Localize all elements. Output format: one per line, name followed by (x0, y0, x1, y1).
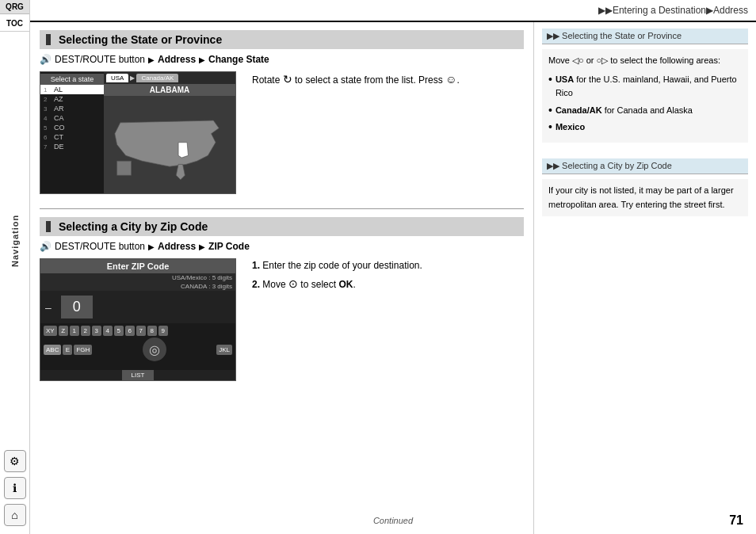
zip-title-bar: Enter ZIP Code (40, 259, 235, 273)
section1: Selecting the State or Province 🔊 DEST/R… (40, 30, 524, 200)
tab-canada: Canada/AK (136, 74, 178, 82)
info-icon[interactable]: ℹ (4, 477, 26, 499)
right-section1: ▶▶ Selecting the State or Province Move … (542, 29, 748, 143)
section1-desc-text: Rotate ↻ to select a state from the list… (252, 71, 460, 88)
section1-header: Selecting the State or Province (40, 30, 524, 49)
zip-dash: – (45, 301, 52, 314)
sidebar-icons: ⚙ ℹ ⌂ (4, 450, 26, 534)
zip-list-btn[interactable]: LIST (122, 370, 154, 380)
bullet-usa: • USA for the U.S. mainland, Hawaii, and… (548, 73, 742, 101)
kb-key-1: 1 (70, 326, 79, 336)
step-change: Change State (208, 54, 269, 65)
instruction-text: DEST/ROUTE button (55, 54, 145, 65)
kb-key-Z: Z (59, 326, 68, 336)
bullet-usa-text: USA for the U.S. mainland, Hawaii, and P… (556, 73, 742, 101)
step2-num: 2. (252, 279, 260, 290)
section2-steps: 1. Enter the zip code of your destinatio… (252, 258, 422, 387)
zip-kb-row2: ABC E FGH ◎ JKL (44, 338, 232, 361)
zip-subtitle1: USA/Mexico : 5 digits (40, 273, 235, 282)
state-item-CO: 5CO (40, 123, 104, 132)
right-section1-header: ▶▶ Selecting the State or Province (542, 29, 748, 44)
state-map-area: USA ▶ Canada/AK ALABAMA (104, 72, 235, 193)
rotate-icon: ↻ (283, 73, 292, 86)
zip-display: 0 (61, 296, 93, 318)
bullet-mexico-text: Mexico (556, 120, 585, 135)
kb-key-E: E (63, 345, 72, 355)
content-right: ▶▶ Selecting the State or Province Move … (534, 22, 756, 534)
kb-key-9: 9 (158, 326, 168, 336)
step1: 1. Enter the zip code of your destinatio… (252, 258, 422, 273)
step2: 2. Move ⊙ to select OK. (252, 276, 422, 292)
step-address2: Address (158, 241, 196, 252)
section2-content-row: Enter ZIP Code USA/Mexico : 5 digits CAN… (40, 258, 524, 387)
state-list: Select a state 1AL 2AZ 3AR 4CA 5CO 6CT 7… (40, 72, 104, 193)
state-item-AL: 1AL (40, 85, 104, 94)
state-name-banner: ALABAMA (104, 84, 235, 96)
right-section2-body: If your city is not listed, it may be pa… (542, 179, 748, 216)
zip-display-row: – 0 (40, 291, 235, 323)
right-section2: ▶▶ Selecting a City by Zip Code If your … (542, 158, 748, 216)
kb-key-FGH: FGH (74, 345, 92, 355)
step1-text: Enter the zip code of your destination. (262, 260, 422, 271)
page-footer: Continued 71 (30, 513, 756, 528)
kb-key-3: 3 (92, 326, 101, 336)
arrow1: ▶ (148, 55, 155, 64)
state-item-DE: 7DE (40, 142, 104, 151)
press-icon: ☺ (445, 73, 456, 86)
state-item-CA: 4CA (40, 113, 104, 123)
toc-label[interactable]: TOC (0, 14, 29, 32)
kb-key-7: 7 (136, 326, 146, 336)
home-icon[interactable]: ⌂ (4, 504, 26, 526)
bullet-canada-text: Canada/AK for Canada and Alaska (556, 104, 693, 118)
page-number: 71 (729, 513, 743, 528)
step-zip: ZIP Code (208, 241, 250, 252)
bullet-dot2: • (548, 104, 552, 117)
section1-title: Selecting the State or Province (59, 33, 222, 46)
kb-key-ABC: ABC (44, 345, 61, 355)
page-header: ▶▶Entering a Destination▶Address (30, 0, 756, 22)
state-item-CT: 6CT (40, 132, 104, 142)
nav-label: Navigation (10, 32, 20, 450)
section2-header: Selecting a City by Zip Code (40, 217, 524, 236)
zip-dial: ◎ (143, 338, 166, 361)
arrow4: ▶ (199, 242, 205, 251)
arrow2: ▶ (199, 55, 205, 64)
breadcrumb: ▶▶Entering a Destination▶Address (598, 5, 748, 16)
dest-icon: 🔊 (40, 54, 52, 65)
continued-label: Continued (373, 516, 413, 525)
section1-content-row: Select a state 1AL 2AZ 3AR 4CA 5CO 6CT 7… (40, 71, 524, 200)
kb-key-6: 6 (125, 326, 135, 336)
right-section1-body: Move ◁○ or ○▷ to select the following ar… (542, 49, 748, 143)
kb-key-XY: XY (44, 326, 57, 336)
step-address1: Address (158, 54, 196, 65)
zip-screen: Enter ZIP Code USA/Mexico : 5 digits CAN… (40, 259, 235, 380)
state-map-header: USA ▶ Canada/AK (104, 72, 235, 84)
section2: Selecting a City by Zip Code 🔊 DEST/ROUT… (40, 217, 524, 387)
state-screen-image: Select a state 1AL 2AZ 3AR 4CA 5CO 6CT 7… (40, 71, 236, 194)
bullet-canada: • Canada/AK for Canada and Alaska (548, 104, 742, 118)
settings-icon[interactable]: ⚙ (4, 450, 26, 472)
move-icon: ⊙ (288, 277, 298, 290)
zip-keyboard: XY Z 1 2 3 4 5 6 7 8 9 (40, 323, 235, 370)
state-list-header: Select a state (40, 74, 104, 85)
section1-instruction: 🔊 DEST/ROUTE button ▶ Address ▶ Change S… (40, 54, 524, 65)
tab-usa: USA (106, 74, 128, 82)
sidebar: QRG TOC Navigation ⚙ ℹ ⌂ (0, 0, 30, 534)
map-display (104, 96, 235, 193)
bullet-dot3: • (548, 120, 552, 134)
section2-title: Selecting a City by Zip Code (59, 220, 208, 233)
zip-subtitle2: CANADA : 3 digits (40, 282, 235, 291)
bullet-mexico: • Mexico (548, 120, 742, 135)
kb-key-4: 4 (103, 326, 113, 336)
instruction-text2: DEST/ROUTE button (55, 241, 145, 252)
zip-screen-image: Enter ZIP Code USA/Mexico : 5 digits CAN… (40, 258, 236, 381)
main-content: Selecting the State or Province 🔊 DEST/R… (30, 22, 756, 534)
kb-key-8: 8 (147, 326, 157, 336)
kb-key-JKL: JKL (216, 345, 232, 355)
zip-kb-row1: XY Z 1 2 3 4 5 6 7 8 9 (44, 326, 232, 336)
qrg-label: QRG (0, 0, 29, 14)
state-item-AR: 3AR (40, 104, 104, 113)
section2-instruction: 🔊 DEST/ROUTE button ▶ Address ▶ ZIP Code (40, 241, 524, 252)
bullet-dot1: • (548, 73, 552, 86)
dest-icon2: 🔊 (40, 241, 52, 252)
